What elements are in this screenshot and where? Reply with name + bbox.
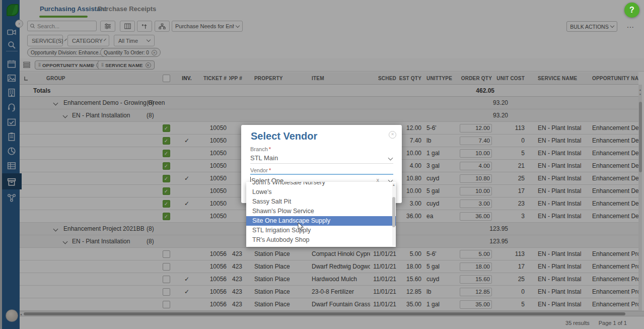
list-scrollbar-thumb[interactable] (392, 197, 395, 227)
vendor-option[interactable]: TR's Autobody Shop (246, 235, 396, 245)
required-asterisk: * (269, 146, 271, 152)
vendor-label: Vendor* (250, 167, 271, 173)
branch-select[interactable]: STL Main (250, 153, 393, 164)
branch-value: STL Main (250, 154, 278, 162)
list-scrollbar[interactable] (392, 183, 395, 246)
required-asterisk: * (269, 167, 271, 173)
list-scroll-up-icon[interactable]: ▲ (392, 183, 395, 186)
chevron-down-icon (388, 156, 393, 161)
branch-label: Branch* (250, 146, 271, 152)
vendor-option[interactable]: Sassy Salt Pit (246, 197, 396, 207)
vendor-option[interactable]: Site One Landscape Supply (246, 216, 396, 226)
vendor-option[interactable]: John's Wholesale Nursery (246, 182, 396, 187)
vendor-option[interactable]: Shawn's Plow Service (246, 207, 396, 216)
modal-title: Select Vendor (251, 130, 317, 142)
vendor-dropdown-list: John's Wholesale NurseryLowe'sSassy Salt… (246, 182, 396, 247)
vendor-option[interactable]: Lowe's (246, 187, 396, 197)
vendor-option[interactable]: STL Irrigation Supply (246, 226, 396, 235)
close-icon[interactable]: ✕ (389, 131, 396, 139)
help-button[interactable]: ? (624, 3, 639, 18)
mouse-cursor (298, 222, 305, 231)
